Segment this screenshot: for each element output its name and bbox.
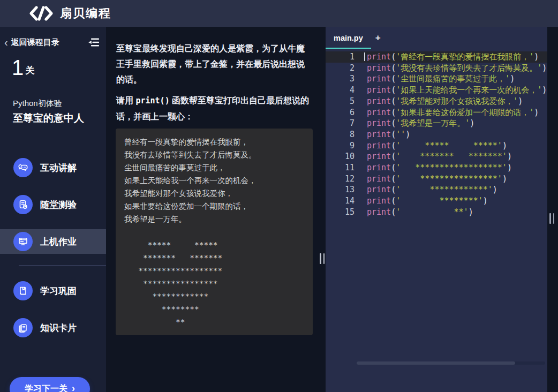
sidebar-item-label: 学习巩固 bbox=[40, 285, 77, 297]
sidebar-divider bbox=[19, 265, 106, 266]
line-number: 12 bbox=[326, 174, 355, 185]
output-line: ***** ***** bbox=[124, 238, 304, 251]
panel-resize-handle[interactable] bbox=[320, 253, 325, 264]
sidebar-item-5[interactable]: 知识卡片 bbox=[0, 315, 106, 340]
chevron-left-icon: ‹ bbox=[4, 37, 8, 48]
code-line-1[interactable]: 1print('曾经有一段真挚的爱情摆在我眼前，') bbox=[326, 51, 547, 63]
code-line-10[interactable]: 10print(' ******* *******') bbox=[326, 151, 547, 162]
sidebar-item-label: 上机作业 bbox=[40, 236, 77, 248]
add-tab-button[interactable]: + bbox=[375, 33, 381, 43]
code-line-5[interactable]: 5print('我希望能对那个女孩说我爱你，') bbox=[326, 96, 547, 107]
level-indicator: 1 关 bbox=[12, 57, 106, 78]
line-number: 1 bbox=[326, 51, 355, 63]
sidebar-item-label: 知识卡片 bbox=[40, 322, 77, 334]
computer-icon bbox=[13, 232, 33, 251]
code-lines[interactable]: 1print('曾经有一段真挚的爱情摆在我眼前，')2print('我没有去珍惜… bbox=[326, 51, 547, 218]
sidebar: ‹ 返回课程目录 1 关 Python初体验 至尊宝的意中人 互动讲解 bbox=[0, 27, 106, 392]
sidebar-menu: 互动讲解 随堂测验 上机作业 学习巩固 知识卡片 bbox=[0, 155, 106, 340]
code-line-6[interactable]: 6print('如果非要给这份爱加一个期限的话，') bbox=[326, 107, 547, 118]
code-line-14[interactable]: 14print(' ********') bbox=[326, 195, 547, 207]
horizontal-scrollbar-thumb[interactable] bbox=[357, 361, 515, 365]
code-line-9[interactable]: 9print(' ***** *****') bbox=[326, 140, 547, 152]
line-number: 7 bbox=[326, 118, 355, 129]
code-line-4[interactable]: 4print('如果上天能给我一个再来一次的机会，') bbox=[326, 85, 547, 96]
output-line: 尘世间最痛苦的事莫过于此， bbox=[124, 161, 304, 174]
line-number: 4 bbox=[326, 85, 355, 96]
output-line: ******** bbox=[124, 303, 304, 315]
code-text: print('我希望能对那个女孩说我爱你，') bbox=[355, 96, 523, 107]
code-editor[interactable]: main.py + 1print('曾经有一段真挚的爱情摆在我眼前，')2pri… bbox=[326, 27, 547, 392]
code-line-2[interactable]: 2print('我没有去珍惜等到失去了才后悔莫及。') bbox=[326, 63, 547, 74]
code-text: print(' ********') bbox=[355, 195, 488, 207]
code-line-7[interactable]: 7print('我希望是一万年。') bbox=[326, 118, 547, 129]
output-line: 我希望是一万年。 bbox=[124, 213, 304, 225]
right-resize-handle[interactable] bbox=[549, 213, 554, 224]
output-line bbox=[124, 225, 304, 238]
line-number: 6 bbox=[326, 107, 355, 118]
book-icon bbox=[13, 281, 33, 300]
expected-output-block: 曾经有一段真挚的爱情摆在我眼前，我没有去珍惜等到失去了才后悔莫及。尘世间最痛苦的… bbox=[116, 129, 313, 335]
next-level-button[interactable]: 学习下一关 › bbox=[10, 377, 90, 392]
tab-label: main.py bbox=[334, 34, 363, 42]
level-suffix: 关 bbox=[25, 64, 34, 77]
inline-print-code: print() bbox=[135, 96, 169, 105]
code-line-15[interactable]: 15print(' **') bbox=[326, 207, 547, 218]
code-text: print('我没有去珍惜等到失去了才后悔莫及。') bbox=[355, 63, 547, 74]
quiz-icon bbox=[13, 195, 33, 214]
topbar: 扇贝编程 bbox=[0, 0, 558, 27]
chat-icon bbox=[13, 158, 33, 177]
back-to-catalog-button[interactable]: ‹ 返回课程目录 bbox=[4, 35, 100, 49]
code-text: print('') bbox=[355, 129, 410, 140]
line-number: 3 bbox=[326, 73, 355, 85]
output-line: 曾经有一段真挚的爱情摆在我眼前， bbox=[124, 135, 304, 148]
code-text: print('我希望是一万年。') bbox=[355, 118, 474, 129]
sidebar-item-2[interactable]: 随堂测验 bbox=[0, 192, 106, 217]
tab-main-py[interactable]: main.py bbox=[326, 27, 371, 49]
code-text: print(' **') bbox=[355, 207, 473, 218]
code-line-3[interactable]: 3print('尘世间最痛苦的事莫过于此，') bbox=[326, 73, 547, 85]
horizontal-scrollbar[interactable] bbox=[357, 361, 545, 365]
app-title: 扇贝编程 bbox=[60, 5, 111, 21]
code-text: print(' ******* *******') bbox=[355, 151, 512, 162]
sidebar-item-label: 随堂测验 bbox=[40, 199, 77, 211]
code-text: print(' ******************') bbox=[355, 162, 512, 174]
back-label: 返回课程目录 bbox=[11, 37, 59, 48]
code-text: print(' ****************') bbox=[355, 174, 507, 185]
output-line: 我希望能对那个女孩说我爱你， bbox=[124, 187, 304, 200]
task-panel: 至尊宝最终发现自己深爱的人是紫霞，为了从牛魔王手里救回紫霞，带上了金箍，并在最后… bbox=[106, 27, 326, 392]
text-caret bbox=[364, 52, 365, 61]
task-paragraph-2: 请用 print() 函数帮至尊宝打印出自己最后想说的话，并画上一颗心： bbox=[116, 93, 313, 124]
sidebar-item-1[interactable]: 互动讲解 bbox=[0, 155, 106, 180]
code-line-12[interactable]: 12print(' ****************') bbox=[326, 174, 547, 185]
sidebar-item-4[interactable]: 学习巩固 bbox=[0, 278, 106, 303]
line-number: 10 bbox=[326, 151, 355, 162]
code-text: print(' ***** *****') bbox=[355, 140, 507, 152]
task-paragraph-2-prefix: 请用 bbox=[116, 96, 135, 105]
sidebar-item-3[interactable]: 上机作业 bbox=[0, 229, 106, 254]
output-line: 我没有去珍惜等到失去了才后悔莫及。 bbox=[124, 148, 304, 161]
line-number: 8 bbox=[326, 129, 355, 140]
output-line: ************ bbox=[124, 290, 304, 303]
level-number: 1 bbox=[12, 57, 24, 78]
output-line: ****************** bbox=[124, 264, 304, 277]
line-number: 11 bbox=[326, 162, 355, 174]
code-line-13[interactable]: 13print(' ************') bbox=[326, 184, 547, 195]
next-level-label: 学习下一关 bbox=[25, 383, 67, 392]
line-number: 14 bbox=[326, 195, 355, 207]
collapse-sidebar-icon[interactable] bbox=[88, 38, 100, 47]
output-line: ******* ******* bbox=[124, 251, 304, 264]
output-line: ** bbox=[124, 315, 304, 328]
course-title: 至尊宝的意中人 bbox=[13, 111, 106, 125]
code-line-8[interactable]: 8print('') bbox=[326, 129, 547, 140]
editor-tabbar: main.py + bbox=[326, 27, 547, 49]
output-line: 如果上天能给我一个再来一次的机会， bbox=[124, 174, 304, 187]
code-text: print('如果非要给这份爱加一个期限的话，') bbox=[355, 107, 539, 118]
code-text: print('尘世间最痛苦的事莫过于此，') bbox=[355, 73, 515, 85]
code-text: print('如果上天能给我一个再来一次的机会，') bbox=[355, 85, 547, 96]
code-line-11[interactable]: 11print(' ******************') bbox=[326, 162, 547, 174]
active-tab-underline bbox=[326, 48, 371, 49]
output-line: 如果非要给这份爱加一个期限的话， bbox=[124, 200, 304, 213]
output-line: **************** bbox=[124, 277, 304, 290]
sidebar-item-label: 互动讲解 bbox=[40, 162, 77, 174]
task-paragraph-1: 至尊宝最终发现自己深爱的人是紫霞，为了从牛魔王手里救回紫霞，带上了金箍，并在最后… bbox=[116, 41, 313, 87]
